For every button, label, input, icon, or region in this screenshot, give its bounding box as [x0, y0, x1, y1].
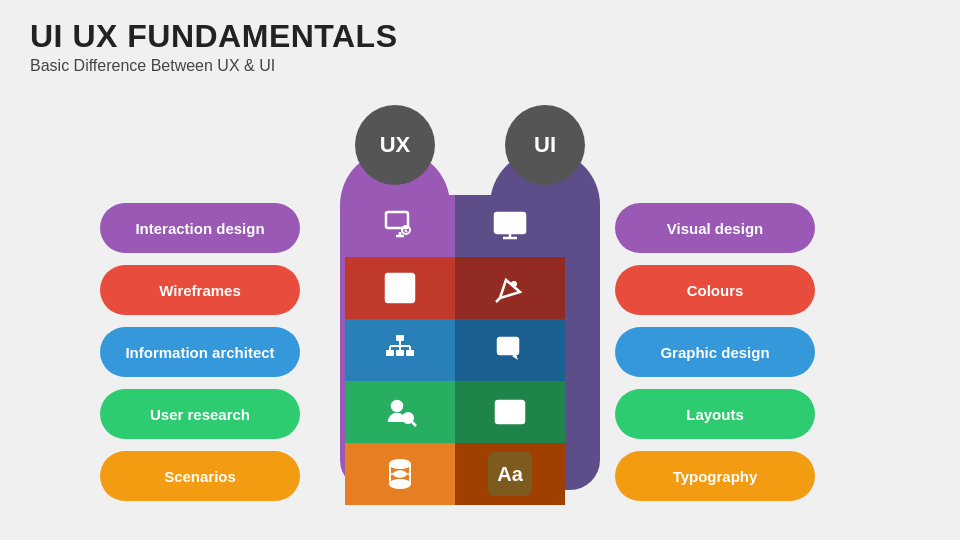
ux-row3-icon-cell	[345, 319, 455, 381]
typography-icon-text: Aa	[497, 463, 523, 486]
svg-point-28	[403, 413, 413, 423]
svg-point-33	[390, 480, 410, 488]
subtitle: Basic Difference Between UX & UI	[30, 57, 930, 75]
layouts-pill: Layouts	[615, 389, 815, 439]
search-person-icon	[382, 394, 418, 430]
header: UI UX FUNDAMENTALS Basic Difference Betw…	[0, 0, 960, 79]
ui-row1-icon-cell	[455, 195, 565, 257]
svg-point-27	[392, 401, 402, 411]
palette-icon	[492, 270, 528, 306]
ux-row4-icon-cell	[345, 381, 455, 443]
ux-circle: UX	[355, 105, 435, 185]
wireframe-icon	[382, 270, 418, 306]
svg-rect-24	[498, 338, 518, 354]
main-title: UI UX FUNDAMENTALS	[30, 18, 930, 55]
typography-pill: Typography	[615, 451, 815, 501]
row3-stripe	[345, 319, 605, 381]
sitemap-icon	[382, 332, 418, 368]
visual-design-pill: Visual design	[615, 203, 815, 253]
svg-rect-30	[496, 401, 524, 423]
row1-stripe	[345, 195, 605, 257]
row4-stripe	[345, 381, 605, 443]
svg-line-29	[412, 422, 416, 426]
ui-row5-icon-cell: Aa	[455, 443, 565, 505]
row5-stripe: Aa	[345, 443, 605, 505]
interaction-design-pill: Interaction design	[100, 203, 300, 253]
svg-point-36	[394, 471, 406, 477]
ui-row2-icon-cell	[455, 257, 565, 319]
page: UI UX FUNDAMENTALS Basic Difference Betw…	[0, 0, 960, 540]
ui-row4-icon-cell	[455, 381, 565, 443]
image-icon	[492, 394, 528, 430]
ux-row5-icon-cell	[345, 443, 455, 505]
svg-rect-9	[389, 285, 397, 291]
wireframes-pill: Wireframes	[100, 265, 300, 315]
diagram-area: UX UI	[0, 90, 960, 530]
information-architect-pill: Information architect	[100, 327, 300, 377]
svg-rect-23	[406, 350, 414, 356]
svg-rect-21	[386, 350, 394, 356]
ux-row1-icon-cell	[345, 195, 455, 257]
graphic-design-pill: Graphic design	[615, 327, 815, 377]
interaction-icon	[382, 208, 418, 244]
ui-label: UI	[534, 132, 556, 158]
svg-line-14	[496, 298, 500, 302]
typography-box: Aa	[488, 452, 532, 496]
svg-point-31	[501, 405, 507, 411]
pencil-icon	[492, 332, 528, 368]
row2-stripe	[345, 257, 605, 319]
colours-pill: Colours	[615, 265, 815, 315]
ui-circle: UI	[505, 105, 585, 185]
ux-label: UX	[380, 132, 411, 158]
svg-point-13	[511, 281, 517, 287]
scenarios-pill: Scenarios	[100, 451, 300, 501]
ux-row2-icon-cell	[345, 257, 455, 319]
svg-rect-22	[396, 350, 404, 356]
spool-icon	[382, 456, 418, 492]
user-research-pill: User research	[100, 389, 300, 439]
ui-row3-icon-cell	[455, 319, 565, 381]
monitor-icon	[492, 208, 528, 244]
svg-point-32	[390, 460, 410, 468]
svg-rect-2	[495, 213, 525, 233]
svg-rect-15	[396, 335, 404, 341]
